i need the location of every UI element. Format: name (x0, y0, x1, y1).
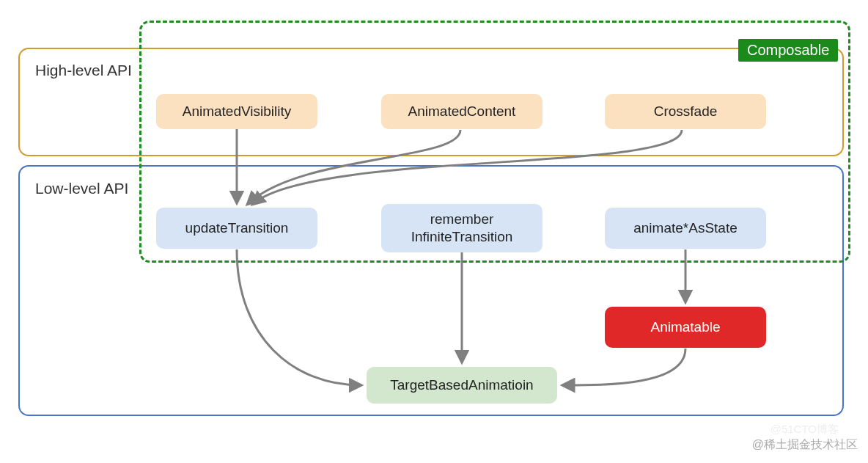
node-animate-as-state: animate*AsState (605, 208, 766, 249)
node-update-transition: updateTransition (156, 208, 317, 249)
watermark-faint: @51CTO博客 (770, 423, 839, 437)
composable-badge: Composable (738, 39, 838, 62)
node-crossfade: Crossfade (605, 94, 766, 129)
node-animatable: Animatable (605, 307, 766, 348)
low-level-api-label: Low-level API (35, 180, 128, 197)
watermark-cn: @稀土掘金技术社区 (752, 437, 858, 453)
high-level-api-label: High-level API (35, 62, 132, 79)
node-animated-content: AnimatedContent (381, 94, 542, 129)
node-target-based-animation: TargetBasedAnimatioin (367, 367, 557, 404)
node-remember-infinite: remember InfiniteTransition (381, 204, 542, 252)
node-animated-visibility: AnimatedVisibility (156, 94, 317, 129)
